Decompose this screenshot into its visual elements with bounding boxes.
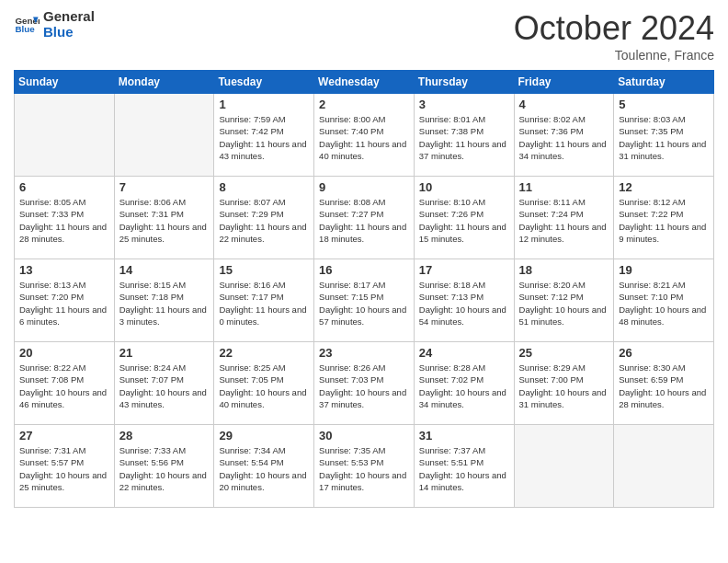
day-info: Sunrise: 7:59 AM Sunset: 7:42 PM Dayligh… <box>219 113 309 162</box>
day-info: Sunrise: 8:12 AM Sunset: 7:22 PM Dayligh… <box>619 196 709 245</box>
day-number: 9 <box>319 180 409 194</box>
calendar-cell <box>15 94 115 177</box>
day-info: Sunrise: 8:02 AM Sunset: 7:36 PM Dayligh… <box>519 113 609 162</box>
week-row-1: 1Sunrise: 7:59 AM Sunset: 7:42 PM Daylig… <box>15 94 714 177</box>
calendar-cell: 26Sunrise: 8:30 AM Sunset: 6:59 PM Dayli… <box>614 342 714 425</box>
day-info: Sunrise: 8:11 AM Sunset: 7:24 PM Dayligh… <box>519 196 609 245</box>
day-number: 16 <box>319 263 409 277</box>
header-wednesday: Wednesday <box>314 71 415 94</box>
calendar-cell: 4Sunrise: 8:02 AM Sunset: 7:36 PM Daylig… <box>514 94 614 177</box>
day-info: Sunrise: 8:13 AM Sunset: 7:20 PM Dayligh… <box>19 279 109 327</box>
day-info: Sunrise: 8:29 AM Sunset: 7:00 PM Dayligh… <box>519 362 609 410</box>
day-info: Sunrise: 8:30 AM Sunset: 6:59 PM Dayligh… <box>619 362 709 410</box>
calendar-cell: 24Sunrise: 8:28 AM Sunset: 7:02 PM Dayli… <box>414 342 514 425</box>
calendar-cell: 11Sunrise: 8:11 AM Sunset: 7:24 PM Dayli… <box>514 177 614 259</box>
day-info: Sunrise: 8:05 AM Sunset: 7:33 PM Dayligh… <box>19 196 109 245</box>
week-row-2: 6Sunrise: 8:05 AM Sunset: 7:33 PM Daylig… <box>15 177 714 259</box>
calendar-header-row: SundayMondayTuesdayWednesdayThursdayFrid… <box>15 71 714 94</box>
calendar-cell: 20Sunrise: 8:22 AM Sunset: 7:08 PM Dayli… <box>15 342 115 425</box>
day-info: Sunrise: 8:26 AM Sunset: 7:03 PM Dayligh… <box>319 362 409 410</box>
day-number: 12 <box>619 180 709 194</box>
day-info: Sunrise: 8:18 AM Sunset: 7:13 PM Dayligh… <box>419 279 509 327</box>
day-info: Sunrise: 8:24 AM Sunset: 7:07 PM Dayligh… <box>119 362 210 410</box>
calendar-cell: 5Sunrise: 8:03 AM Sunset: 7:35 PM Daylig… <box>614 94 714 177</box>
day-number: 26 <box>619 346 709 360</box>
header-friday: Friday <box>514 71 614 94</box>
day-info: Sunrise: 8:08 AM Sunset: 7:27 PM Dayligh… <box>319 196 409 245</box>
day-number: 23 <box>319 346 409 360</box>
logo-general: General <box>43 9 95 25</box>
logo-blue: Blue <box>43 25 95 40</box>
day-info: Sunrise: 8:01 AM Sunset: 7:38 PM Dayligh… <box>419 113 509 162</box>
calendar-cell: 21Sunrise: 8:24 AM Sunset: 7:07 PM Dayli… <box>114 342 214 425</box>
calendar-cell: 13Sunrise: 8:13 AM Sunset: 7:20 PM Dayli… <box>15 259 115 342</box>
header-sunday: Sunday <box>15 71 115 94</box>
day-info: Sunrise: 8:20 AM Sunset: 7:12 PM Dayligh… <box>519 279 609 327</box>
calendar-cell: 22Sunrise: 8:25 AM Sunset: 7:05 PM Dayli… <box>214 342 314 425</box>
day-number: 15 <box>219 263 309 277</box>
day-info: Sunrise: 7:33 AM Sunset: 5:56 PM Dayligh… <box>119 444 210 493</box>
day-number: 3 <box>419 98 509 111</box>
logo-icon: General Blue <box>14 12 40 38</box>
day-number: 31 <box>419 429 509 442</box>
calendar-cell: 2Sunrise: 8:00 AM Sunset: 7:40 PM Daylig… <box>314 94 415 177</box>
calendar-cell: 14Sunrise: 8:15 AM Sunset: 7:18 PM Dayli… <box>114 259 214 342</box>
title-block: October 2024 Toulenne, France <box>514 9 714 63</box>
day-number: 17 <box>419 263 509 277</box>
day-info: Sunrise: 8:17 AM Sunset: 7:15 PM Dayligh… <box>319 279 409 327</box>
day-info: Sunrise: 8:03 AM Sunset: 7:35 PM Dayligh… <box>619 113 709 162</box>
day-number: 10 <box>419 180 509 194</box>
day-info: Sunrise: 8:10 AM Sunset: 7:26 PM Dayligh… <box>419 196 509 245</box>
svg-text:Blue: Blue <box>15 24 35 34</box>
day-info: Sunrise: 8:21 AM Sunset: 7:10 PM Dayligh… <box>619 279 709 327</box>
day-number: 24 <box>419 346 509 360</box>
month-title: October 2024 <box>514 9 714 48</box>
calendar-cell: 1Sunrise: 7:59 AM Sunset: 7:42 PM Daylig… <box>214 94 314 177</box>
calendar-cell <box>614 425 714 508</box>
day-info: Sunrise: 7:37 AM Sunset: 5:51 PM Dayligh… <box>419 444 509 493</box>
calendar-cell: 16Sunrise: 8:17 AM Sunset: 7:15 PM Dayli… <box>314 259 415 342</box>
calendar-cell: 19Sunrise: 8:21 AM Sunset: 7:10 PM Dayli… <box>614 259 714 342</box>
week-row-4: 20Sunrise: 8:22 AM Sunset: 7:08 PM Dayli… <box>15 342 714 425</box>
day-number: 1 <box>219 98 309 111</box>
day-number: 4 <box>519 98 609 111</box>
calendar-cell: 3Sunrise: 8:01 AM Sunset: 7:38 PM Daylig… <box>414 94 514 177</box>
day-number: 25 <box>519 346 609 360</box>
location: Toulenne, France <box>514 48 714 63</box>
day-number: 2 <box>319 98 409 111</box>
day-number: 27 <box>19 429 109 442</box>
day-info: Sunrise: 8:25 AM Sunset: 7:05 PM Dayligh… <box>219 362 309 410</box>
calendar-cell <box>514 425 614 508</box>
day-number: 6 <box>19 180 109 194</box>
week-row-5: 27Sunrise: 7:31 AM Sunset: 5:57 PM Dayli… <box>15 425 714 508</box>
day-number: 13 <box>19 263 109 277</box>
calendar-cell: 29Sunrise: 7:34 AM Sunset: 5:54 PM Dayli… <box>214 425 314 508</box>
calendar-cell: 18Sunrise: 8:20 AM Sunset: 7:12 PM Dayli… <box>514 259 614 342</box>
day-number: 28 <box>119 429 210 442</box>
calendar-cell: 25Sunrise: 8:29 AM Sunset: 7:00 PM Dayli… <box>514 342 614 425</box>
calendar-cell: 17Sunrise: 8:18 AM Sunset: 7:13 PM Dayli… <box>414 259 514 342</box>
calendar-cell: 10Sunrise: 8:10 AM Sunset: 7:26 PM Dayli… <box>414 177 514 259</box>
day-number: 14 <box>119 263 210 277</box>
day-info: Sunrise: 8:22 AM Sunset: 7:08 PM Dayligh… <box>19 362 109 410</box>
day-info: Sunrise: 7:35 AM Sunset: 5:53 PM Dayligh… <box>319 444 409 493</box>
day-number: 8 <box>219 180 309 194</box>
day-number: 21 <box>119 346 210 360</box>
day-info: Sunrise: 8:07 AM Sunset: 7:29 PM Dayligh… <box>219 196 309 245</box>
calendar-table: SundayMondayTuesdayWednesdayThursdayFrid… <box>14 70 714 508</box>
day-number: 22 <box>219 346 309 360</box>
calendar-cell: 7Sunrise: 8:06 AM Sunset: 7:31 PM Daylig… <box>114 177 214 259</box>
day-info: Sunrise: 8:16 AM Sunset: 7:17 PM Dayligh… <box>219 279 309 327</box>
day-number: 20 <box>19 346 109 360</box>
logo: General Blue General Blue <box>14 9 95 40</box>
calendar-cell: 9Sunrise: 8:08 AM Sunset: 7:27 PM Daylig… <box>314 177 415 259</box>
calendar-cell: 30Sunrise: 7:35 AM Sunset: 5:53 PM Dayli… <box>314 425 415 508</box>
day-info: Sunrise: 7:34 AM Sunset: 5:54 PM Dayligh… <box>219 444 309 493</box>
calendar-cell: 31Sunrise: 7:37 AM Sunset: 5:51 PM Dayli… <box>414 425 514 508</box>
header-thursday: Thursday <box>414 71 514 94</box>
header-saturday: Saturday <box>614 71 714 94</box>
day-number: 5 <box>619 98 709 111</box>
day-number: 30 <box>319 429 409 442</box>
header-tuesday: Tuesday <box>214 71 314 94</box>
day-number: 7 <box>119 180 210 194</box>
